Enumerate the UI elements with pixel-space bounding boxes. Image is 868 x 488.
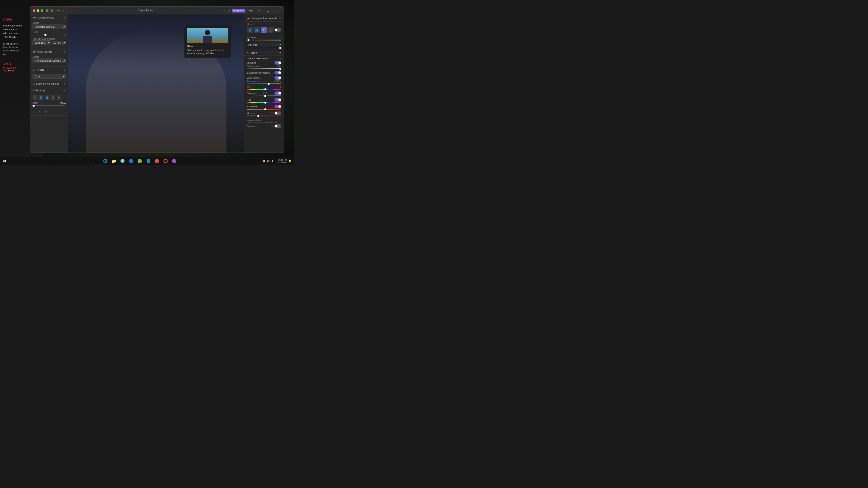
- minimize-button[interactable]: ─: [255, 7, 263, 14]
- filter-label: Filter: [247, 43, 252, 46]
- camera-settings-header[interactable]: 📷 Camera settings + ▲: [30, 14, 68, 21]
- taskbar-app4-icon[interactable]: 🔴: [153, 157, 161, 165]
- taskbar-notification-icon[interactable]: 🔔: [288, 160, 291, 162]
- temperature-slider[interactable]: [247, 84, 281, 84]
- audio-settings-header[interactable]: 🔊 Audio settings ▲: [30, 48, 68, 55]
- focus-slider-row: ⟳: [32, 33, 66, 36]
- saturation-row: Saturation 1: [247, 105, 281, 110]
- contrast-knob: [275, 125, 278, 127]
- taskbar-edge-icon[interactable]: 🌍: [119, 157, 126, 165]
- enhancements-icon: ✨: [247, 17, 250, 20]
- window-controls[interactable]: [33, 9, 43, 12]
- shutter-speed-label: Shutter speed: [247, 65, 260, 68]
- filter-select[interactable]: Pop: [252, 43, 281, 46]
- mode-group-icon[interactable]: 👥: [254, 27, 260, 33]
- framing-label: Framing: [36, 89, 44, 92]
- taskbar-explorer-icon[interactable]: 📁: [110, 157, 118, 165]
- spotlight-slider[interactable]: [247, 40, 281, 40]
- window-maximize-btn[interactable]: [41, 9, 43, 12]
- avatar-body: [203, 36, 212, 43]
- framing-header[interactable]: ⊡ Framing ▲: [30, 87, 68, 94]
- settings-icon[interactable]: ⚙: [45, 110, 48, 114]
- contrast-controls: Off: [271, 124, 281, 128]
- mode-toggle-row: [275, 28, 281, 32]
- audio-device-select[interactable]: System Default (Micropho...: [32, 59, 66, 63]
- expand-icon[interactable]: ⤢: [62, 9, 64, 12]
- exposure-slider[interactable]: [247, 68, 281, 69]
- brightness-toggle[interactable]: [275, 92, 281, 95]
- saturation-slider[interactable]: [247, 109, 281, 110]
- focus-slider[interactable]: [32, 35, 62, 35]
- audio-settings-label: Audio settings: [37, 51, 52, 53]
- upgrade-button[interactable]: Upgrade: [232, 9, 245, 12]
- zoom-slider[interactable]: [32, 105, 66, 106]
- vibrance-toggle[interactable]: [275, 111, 281, 115]
- os-window-controls[interactable]: ─ □ ✕: [255, 7, 281, 14]
- taskbar-browser1-icon[interactable]: 🌐: [101, 157, 109, 165]
- fps-select[interactable]: 30 FPS: [52, 41, 66, 45]
- start-button[interactable]: ⊞: [0, 157, 9, 165]
- window-minimize-btn[interactable]: [37, 9, 39, 12]
- ar-select[interactable]: None: [250, 51, 281, 54]
- close-button[interactable]: ✕: [273, 7, 281, 14]
- white-balance-header: White balance: [247, 76, 281, 79]
- zoom-thumb: [32, 105, 35, 107]
- taskbar-app2-icon[interactable]: 🟢: [136, 157, 144, 165]
- taskbar-app1-icon[interactable]: 🔵: [127, 157, 135, 165]
- frame-full-icon[interactable]: ⊞: [32, 95, 37, 100]
- add-camera-icon[interactable]: +: [61, 17, 63, 19]
- saturation-knob: [278, 105, 281, 108]
- hue-toggle[interactable]: [275, 98, 281, 102]
- filter-intensity-slider[interactable]: [247, 47, 281, 48]
- right-panel-title: Image enhancements: [252, 17, 277, 20]
- scenes-header[interactable]: ⊡ Scenes & watermarks ▼: [30, 80, 68, 87]
- backlight-toggle[interactable]: [275, 71, 281, 74]
- white-balance-toggle[interactable]: [275, 76, 281, 79]
- taskbar-right: 📶 🔊 🔋 2:33 PM 10/10/2024 🔔: [262, 159, 294, 164]
- contrast-toggle[interactable]: [275, 124, 281, 128]
- brightness-slider[interactable]: [247, 96, 281, 96]
- list-view-icon[interactable]: ▤: [51, 8, 54, 12]
- device-select[interactable]: Integrated Camera: [32, 25, 66, 29]
- warning-icon[interactable]: ⚠: [32, 110, 35, 114]
- exposure-label: Exposure: [247, 62, 256, 64]
- saturation-toggle[interactable]: [275, 105, 281, 108]
- hue-thumb: [264, 102, 266, 104]
- presets-header[interactable]: ⊡ Presets ▲: [30, 66, 68, 73]
- exposure-header: Exposure: [247, 61, 281, 65]
- window-close-btn[interactable]: [33, 9, 35, 12]
- backlight-header: Backlight compensation: [247, 71, 281, 74]
- mode-activity-icon[interactable]: ⚡: [261, 27, 267, 33]
- hue-knob: [278, 99, 281, 101]
- saturation-header: Saturation 1: [247, 105, 281, 108]
- mode-off-toggle[interactable]: [275, 28, 281, 32]
- taskbar-app3-icon[interactable]: 📘: [145, 157, 152, 165]
- presets-select[interactable]: None: [32, 74, 66, 78]
- frame-group-icon[interactable]: 👥: [44, 95, 49, 100]
- exposure-toggle[interactable]: [275, 61, 281, 65]
- right-panel-close-icon[interactable]: ✕: [279, 17, 281, 20]
- camo-window: ⊞ ▤ 75% ⤢ Camo Studio 21:25 Upgrade Help…: [30, 6, 284, 153]
- mode-person-icon[interactable]: 👤: [247, 27, 253, 33]
- audio-device-field: Device System Default (Micropho...: [32, 56, 66, 63]
- zoom-row: Zoom 100%: [32, 102, 66, 104]
- filter-section: Filter Pop: [244, 42, 284, 50]
- taskbar-camo-icon[interactable]: 🟣: [170, 157, 178, 165]
- tint-slider[interactable]: [247, 89, 281, 90]
- refresh-icon[interactable]: ↻: [39, 110, 41, 114]
- hue-slider[interactable]: [247, 102, 281, 103]
- contrast-label: Contrast: [247, 125, 255, 127]
- taskbar-windows-icon[interactable]: ⊞: [93, 157, 100, 165]
- grid-view-icon[interactable]: ⊞: [46, 8, 49, 12]
- frame-custom-icon[interactable]: ⊠: [57, 95, 61, 100]
- frame-person-icon[interactable]: 👤: [38, 95, 43, 100]
- vibrance-slider[interactable]: [247, 116, 281, 117]
- mode-label: Mode: [247, 23, 281, 26]
- frame-upper-icon[interactable]: ⊟: [51, 95, 55, 100]
- mode-screen-icon[interactable]: ⬛: [268, 27, 274, 33]
- taskbar-app5-icon[interactable]: ⭕: [162, 157, 169, 165]
- resolution-select[interactable]: 720p 16:9 (HD): [32, 40, 51, 45]
- restore-button[interactable]: □: [264, 7, 272, 14]
- focus-auto-icon[interactable]: ⟳: [63, 33, 66, 36]
- help-button[interactable]: Help: [248, 9, 252, 12]
